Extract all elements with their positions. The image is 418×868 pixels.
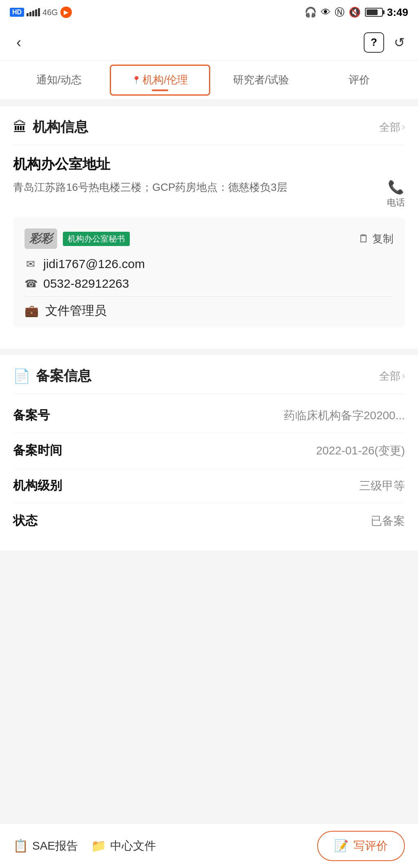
battery-icon (365, 8, 383, 17)
reg-row-2: 机构级别 三级甲等 (13, 468, 405, 503)
contact-phone-row: ☎ 0532-82912263 (24, 277, 394, 291)
avatar-text: 彩彩 (29, 231, 52, 246)
phone-area[interactable]: 📞 电话 (387, 179, 405, 209)
institution-section: 🏛 机构信息 全部 › 机构办公室地址 青岛江苏路16号热电楼三楼；GCP药房地… (0, 106, 418, 349)
contact-name-area: 彩彩 机构办公室秘书 (24, 228, 130, 249)
file-icon: 💼 (24, 304, 39, 318)
tab-institution[interactable]: 📍 机构/伦理 (110, 65, 211, 96)
tab-researcher-label: 研究者/试验 (233, 73, 289, 87)
reg-key-3: 状态 (13, 512, 78, 529)
institution-chevron: › (402, 122, 405, 132)
contact-email-row: ✉ jidi1767@126.com (24, 257, 394, 271)
office-address: 青岛江苏路16号热电楼三楼；GCP药房地点：德慈楼负3层 (13, 179, 380, 195)
institution-all-button[interactable]: 全部 › (379, 120, 405, 134)
registration-icon: 📄 (13, 368, 30, 384)
reg-row-3: 状态 已备案 (13, 503, 405, 538)
play-icon: ▶ (60, 7, 72, 18)
card-divider (24, 296, 394, 297)
address-row: 青岛江苏路16号热电楼三楼；GCP药房地点：德慈楼负3层 📞 电话 (13, 179, 405, 209)
sae-label: SAE报告 (32, 838, 78, 854)
contact-card: 彩彩 机构办公室秘书 🗒 复制 ✉ jidi1767@126.com ☎ 053… (13, 217, 405, 327)
file-manager-row: 💼 文件管理员 (24, 302, 394, 319)
reg-val-0: 药临床机构备字20200... (284, 408, 405, 423)
back-button[interactable]: ‹ (13, 31, 24, 54)
signal-bars (27, 8, 40, 16)
reg-row-1: 备案时间 2022-01-26(变更) (13, 433, 405, 468)
status-bar-right: 🎧 👁 Ⓝ 🔇 3:49 (305, 6, 408, 19)
reg-val-3: 已备案 (371, 513, 405, 529)
institution-all-label: 全部 (379, 120, 400, 134)
reg-row-0: 备案号 药临床机构备字20200... (13, 398, 405, 433)
phone-icon: 📞 (388, 179, 404, 195)
institution-section-header: 🏛 机构信息 全部 › (13, 106, 405, 145)
sae-report-button[interactable]: 📋 SAE报告 (13, 838, 78, 854)
network-label: 46G (42, 8, 58, 17)
contact-header: 彩彩 机构办公室秘书 🗒 复制 (24, 228, 394, 249)
refresh-button[interactable]: ↺ (394, 35, 405, 50)
mute-icon: 🔇 (349, 7, 361, 18)
tab-active-underline (152, 89, 168, 91)
reg-val-2: 三级甲等 (359, 478, 405, 494)
status-bar: HD 46G ▶ 🎧 👁 Ⓝ 🔇 3:49 (0, 0, 418, 25)
file-manager-label: 文件管理员 (45, 302, 107, 319)
copy-icon: 🗒 (358, 233, 369, 245)
reg-val-1: 2022-01-26(变更) (316, 443, 405, 459)
registration-section-header: 📄 备案信息 全部 › (13, 355, 405, 394)
reg-chevron: › (402, 371, 405, 381)
tel-icon: ☎ (24, 277, 37, 290)
tab-notice[interactable]: 通知/动态 (10, 60, 108, 99)
top-nav: ‹ ? ↺ (0, 25, 418, 60)
status-time: 3:49 (387, 6, 408, 19)
files-label: 中心文件 (110, 838, 156, 854)
registration-table: 备案号 药临床机构备字20200... 备案时间 2022-01-26(变更) … (13, 394, 405, 550)
email-icon: ✉ (24, 258, 37, 271)
copy-label: 复制 (372, 232, 394, 246)
pin-icon: 📍 (132, 76, 141, 85)
eye-icon: 👁 (321, 7, 331, 18)
files-icon: 📁 (91, 839, 106, 853)
office-info-block: 机构办公室地址 青岛江苏路16号热电楼三楼；GCP药房地点：德慈楼负3层 📞 电… (13, 145, 405, 349)
office-title: 机构办公室地址 (13, 155, 405, 174)
contact-email: jidi1767@126.com (43, 257, 145, 271)
reg-key-1: 备案时间 (13, 442, 78, 459)
registration-title: 备案信息 (36, 367, 91, 385)
section-title-group: 🏛 机构信息 (13, 118, 88, 136)
hd-badge: HD (10, 8, 24, 17)
tab-institution-label: 机构/伦理 (142, 73, 188, 87)
battery-fill (367, 9, 378, 15)
phone-label: 电话 (387, 197, 405, 209)
role-badge: 机构办公室秘书 (63, 232, 130, 246)
write-review-button[interactable]: 📝 写评价 (317, 831, 405, 861)
status-bar-left: HD 46G ▶ (10, 7, 72, 18)
tab-review[interactable]: 评价 (310, 60, 409, 99)
tab-researcher[interactable]: 研究者/试验 (212, 60, 310, 99)
tabs-container: 通知/动态 📍 机构/伦理 研究者/试验 评价 (0, 60, 418, 100)
contact-phone: 0532-82912263 (43, 277, 129, 291)
nfc-icon: Ⓝ (335, 6, 345, 19)
write-review-label: 写评价 (354, 838, 388, 854)
reg-key-0: 备案号 (13, 407, 78, 424)
reg-key-2: 机构级别 (13, 477, 78, 494)
reg-all-label: 全部 (379, 369, 400, 383)
registration-section: 📄 备案信息 全部 › 备案号 药临床机构备字20200... 备案时间 202… (0, 355, 418, 550)
center-files-button[interactable]: 📁 中心文件 (91, 838, 156, 854)
institution-icon: 🏛 (13, 119, 27, 135)
help-button[interactable]: ? (364, 32, 384, 53)
contact-avatar: 彩彩 (24, 228, 57, 249)
top-nav-icons: ? ↺ (364, 32, 405, 53)
write-review-icon: 📝 (334, 839, 349, 852)
bottom-bar: 📋 SAE报告 📁 中心文件 📝 写评价 (0, 823, 418, 868)
copy-button[interactable]: 🗒 复制 (358, 232, 394, 246)
tab-review-label: 评价 (349, 73, 370, 87)
institution-title: 机构信息 (33, 118, 88, 136)
headphone-icon: 🎧 (305, 7, 317, 18)
reg-title-group: 📄 备案信息 (13, 367, 91, 385)
sae-icon: 📋 (13, 839, 28, 853)
registration-all-button[interactable]: 全部 › (379, 369, 405, 383)
tab-notice-label: 通知/动态 (36, 73, 82, 87)
